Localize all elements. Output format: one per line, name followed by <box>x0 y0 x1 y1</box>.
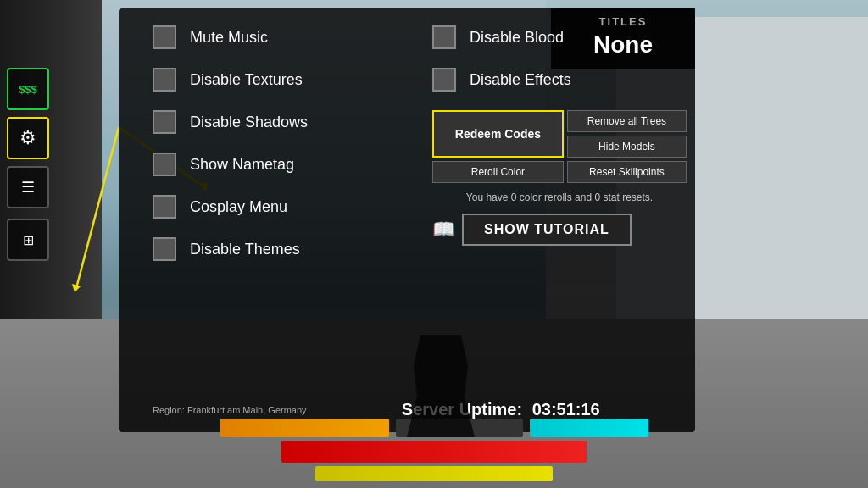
show-nametag-label: Show Nametag <box>190 156 294 174</box>
disable-textures-label: Disable Textures <box>190 71 303 89</box>
disable-shadows-checkbox[interactable] <box>153 110 176 134</box>
bottom-bars-row <box>315 466 553 481</box>
action-buttons-grid: Redeem Codes Remove all Trees Hide Model… <box>432 110 687 183</box>
tutorial-row: 📖 SHOW TUTORIAL <box>432 214 687 246</box>
disable-blood-checkbox[interactable] <box>432 25 456 49</box>
disable-effects-label: Disable Effects <box>470 71 571 89</box>
settings-panel: TITLES None Mute Music Disable Textures … <box>119 8 695 432</box>
disable-effects-checkbox[interactable] <box>432 68 456 92</box>
disable-effects-row: Disable Effects <box>432 68 687 92</box>
settings-right-column: Disable Blood Disable Effects Redeem Cod… <box>432 25 687 246</box>
remove-trees-button[interactable]: Remove all Trees <box>567 110 687 132</box>
disable-blood-label: Disable Blood <box>470 29 564 47</box>
disable-blood-row: Disable Blood <box>432 25 687 49</box>
sidebar: $$$ ⚙ ☰ ⊞ <box>7 68 49 261</box>
redeem-codes-button[interactable]: Redeem Codes <box>432 110 564 158</box>
reroll-color-button[interactable]: Reroll Color <box>432 161 564 183</box>
reset-skillpoints-button[interactable]: Reset Skillpoints <box>567 161 687 183</box>
mute-music-checkbox[interactable] <box>153 25 176 49</box>
mute-music-label: Mute Music <box>190 29 268 47</box>
bar-yellow <box>315 466 553 481</box>
disable-themes-label: Disable Themes <box>190 241 300 258</box>
color-info-text: You have 0 color rerolls and 0 stat rese… <box>432 191 687 203</box>
map-button[interactable]: ⊞ <box>7 219 49 261</box>
middle-bars-row <box>281 441 587 463</box>
show-tutorial-button[interactable]: SHOW TUTORIAL <box>462 214 632 246</box>
show-nametag-checkbox[interactable] <box>153 152 176 176</box>
shadow-character <box>407 336 475 437</box>
bar-red <box>281 441 587 463</box>
money-button[interactable]: $$$ <box>7 68 49 110</box>
menu-button[interactable]: ☰ <box>7 166 49 208</box>
cosplay-menu-checkbox[interactable] <box>153 195 176 219</box>
bar-orange <box>220 419 389 437</box>
cosplay-menu-label: Cosplay Menu <box>190 198 287 216</box>
hide-models-button[interactable]: Hide Models <box>567 136 687 158</box>
disable-themes-checkbox[interactable] <box>153 237 176 261</box>
settings-button[interactable]: ⚙ <box>7 117 49 159</box>
bar-cyan <box>530 419 648 437</box>
book-icon: 📖 <box>432 219 455 241</box>
disable-textures-checkbox[interactable] <box>153 68 176 92</box>
disable-shadows-label: Disable Shadows <box>190 114 308 131</box>
